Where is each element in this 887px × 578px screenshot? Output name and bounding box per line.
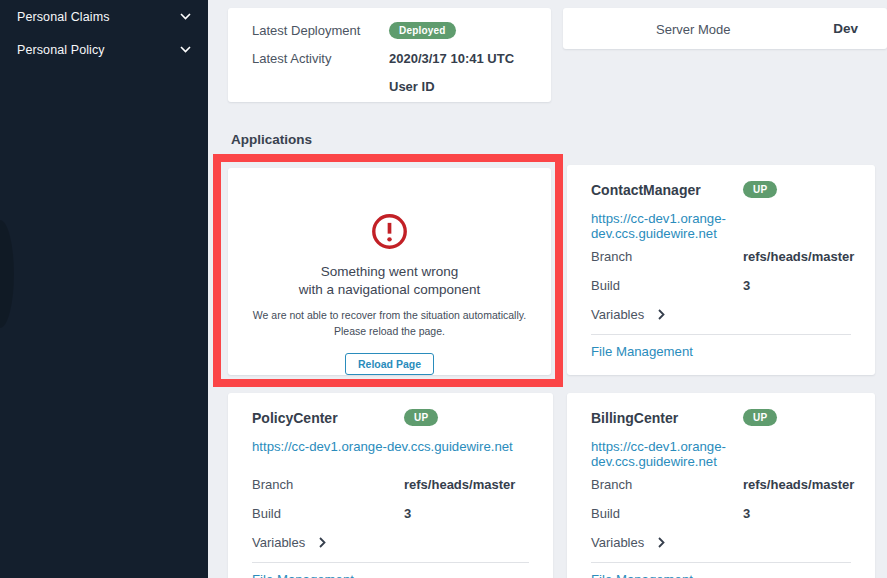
sidebar-item-personal-policy[interactable]: Personal Policy (0, 33, 208, 66)
application-name: ContactManager (591, 182, 743, 198)
sidebar-item-label: Personal Policy (17, 43, 105, 57)
application-card-contactmanager: ContactManager UP https://cc-dev1.orange… (567, 165, 875, 375)
chevron-right-icon (658, 537, 665, 548)
branch-label: Branch (591, 477, 743, 492)
status-badge: UP (743, 181, 777, 198)
application-url-link[interactable]: https://cc-dev1.orange-dev.ccs.guidewire… (591, 211, 851, 227)
build-label: Build (591, 506, 743, 521)
latest-activity-label: Latest Activity (252, 51, 389, 66)
error-exclamation-icon (371, 213, 408, 250)
divider (591, 562, 851, 563)
chevron-right-icon (319, 537, 326, 548)
user-id-label: User ID (389, 79, 527, 94)
build-value: 3 (743, 278, 851, 293)
application-name: PolicyCenter (252, 410, 404, 426)
build-value: 3 (404, 506, 529, 521)
error-card: Something went wrong with a navigational… (228, 168, 551, 375)
file-management-link[interactable]: File Management (591, 572, 693, 578)
error-title: Something went wrong with a navigational… (228, 263, 551, 299)
deployed-status-badge: Deployed (389, 22, 456, 39)
server-mode-card: Server Mode Dev (563, 8, 887, 49)
application-card-billingcenter: BillingCenter UP https://cc-dev1.orange-… (567, 393, 875, 578)
chevron-down-icon (180, 13, 191, 20)
variables-toggle[interactable]: Variables (252, 534, 529, 550)
file-management-link[interactable]: File Management (252, 572, 354, 578)
sidebar-drawer-notch (0, 220, 14, 328)
divider (252, 562, 529, 563)
latest-deployment-label: Latest Deployment (252, 23, 389, 38)
sidebar-item-label: Personal Claims (17, 10, 110, 24)
branch-value: refs/heads/master (404, 477, 529, 492)
error-message: We are not able to recover from the situ… (228, 308, 551, 340)
build-label: Build (591, 278, 743, 293)
chevron-down-icon (180, 46, 191, 53)
file-management-link[interactable]: File Management (591, 344, 693, 359)
branch-value: refs/heads/master (743, 477, 854, 492)
dashboard-page: Personal Claims Personal Policy Latest D… (0, 0, 887, 578)
server-mode-value: Dev (833, 21, 858, 36)
variables-label: Variables (591, 307, 644, 322)
variables-toggle[interactable]: Variables (591, 306, 851, 322)
divider (591, 334, 851, 335)
sidebar: Personal Claims Personal Policy (0, 0, 208, 578)
application-card-policycenter: PolicyCenter UP https://cc-dev1.orange-d… (228, 393, 553, 578)
application-url-link[interactable]: https://cc-dev1.orange-dev.ccs.guidewire… (252, 439, 529, 455)
latest-activity-value: 2020/3/17 10:41 UTC (389, 51, 527, 66)
latest-deployment-card: Latest Deployment Deployed Latest Activi… (228, 8, 551, 102)
branch-value: refs/heads/master (743, 249, 854, 264)
status-badge: UP (404, 409, 438, 426)
applications-heading: Applications (231, 132, 312, 147)
build-label: Build (252, 506, 404, 521)
application-name: BillingCenter (591, 410, 743, 426)
branch-label: Branch (252, 477, 404, 492)
build-value: 3 (743, 506, 851, 521)
branch-label: Branch (591, 249, 743, 264)
application-url-link[interactable]: https://cc-dev1.orange-dev.ccs.guidewire… (591, 439, 851, 455)
sidebar-item-personal-claims[interactable]: Personal Claims (0, 0, 208, 33)
variables-toggle[interactable]: Variables (591, 534, 851, 550)
variables-label: Variables (252, 535, 305, 550)
variables-label: Variables (591, 535, 644, 550)
server-mode-label: Server Mode (656, 22, 730, 37)
reload-page-button[interactable]: Reload Page (345, 353, 434, 375)
chevron-right-icon (658, 309, 665, 320)
status-badge: UP (743, 409, 777, 426)
